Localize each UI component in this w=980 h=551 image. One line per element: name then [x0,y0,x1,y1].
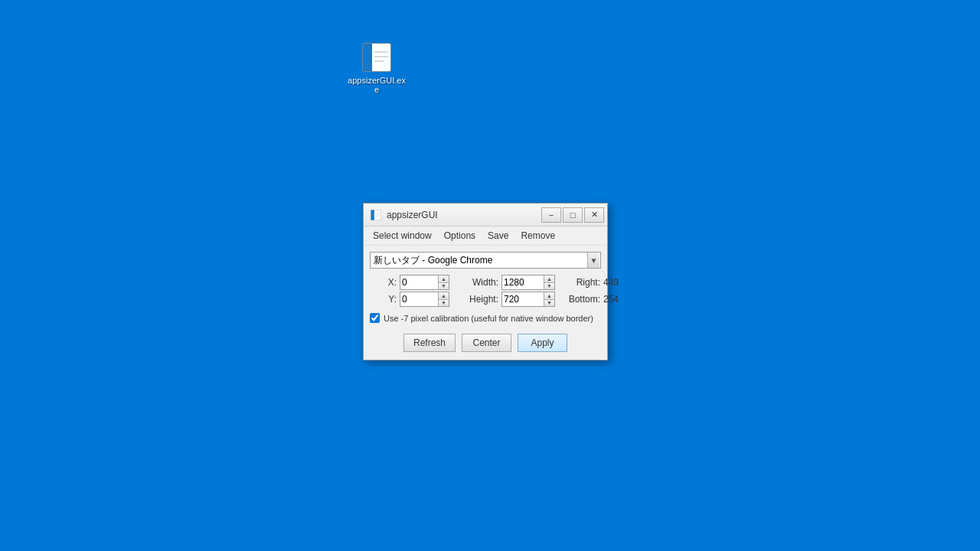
calibration-checkbox-label: Use -7 pixel calibration (useful for nat… [384,314,593,323]
y-spinbox: ▲ ▼ [400,292,449,307]
height-input[interactable] [502,292,544,306]
title-bar-text: appsizerGUI [387,210,438,220]
y-spin-buttons: ▲ ▼ [438,292,449,306]
x-spin-down[interactable]: ▼ [439,283,449,290]
x-label: X: [370,277,397,288]
height-spinbox: ▲ ▼ [501,292,555,307]
y-spin-down[interactable]: ▼ [439,300,449,307]
window-dropdown-wrapper: 新しいタブ - Google Chrome ▼ [370,252,601,269]
y-label: Y: [370,294,397,305]
bottom-value: 254 [603,294,634,305]
window-dropdown[interactable]: 新しいタブ - Google Chrome [370,252,601,269]
y-spin-up[interactable]: ▲ [439,292,449,300]
title-bar-buttons: − □ ✕ [541,207,604,223]
refresh-button[interactable]: Refresh [403,334,456,352]
height-spin-up[interactable]: ▲ [544,292,554,300]
desktop-icon-appsizerGUI[interactable]: appsizerGUI.exe [346,42,407,94]
dialog-window: appsizerGUI − □ ✕ Select window Options … [363,203,608,360]
menu-select-window[interactable]: Select window [367,228,438,243]
width-spin-up[interactable]: ▲ [544,276,554,283]
maximize-button[interactable]: □ [563,207,583,223]
width-input[interactable] [502,276,544,289]
width-label: Width: [452,277,498,288]
calibration-checkbox[interactable] [370,313,380,323]
x-spin-up[interactable]: ▲ [439,276,449,283]
fields-grid: X: ▲ ▼ Width: ▲ ▼ Right: 449 Y: [370,275,601,307]
minimize-button[interactable]: − [541,207,561,223]
bottom-label: Bottom: [558,294,600,305]
menu-bar: Select window Options Save Remove [364,227,607,246]
menu-save[interactable]: Save [482,228,514,243]
center-button[interactable]: Center [462,334,511,352]
window-dropdown-container: 新しいタブ - Google Chrome ▼ [370,252,601,269]
title-bar-left: appsizerGUI [370,209,438,221]
dialog-content: 新しいタブ - Google Chrome ▼ X: ▲ ▼ Width: ▲ … [364,246,607,360]
width-spin-down[interactable]: ▼ [544,283,554,290]
title-bar: appsizerGUI − □ ✕ [364,204,607,227]
menu-options[interactable]: Options [438,228,482,243]
svg-rect-3 [372,44,390,71]
x-input[interactable] [400,276,438,289]
x-spin-buttons: ▲ ▼ [438,276,449,289]
svg-rect-4 [363,44,372,71]
svg-rect-10 [371,210,374,220]
width-spin-buttons: ▲ ▼ [544,276,554,289]
menu-remove[interactable]: Remove [514,228,561,243]
right-value: 449 [603,277,634,288]
apply-button[interactable]: Apply [518,334,567,352]
action-buttons-row: Refresh Center Apply [370,331,601,354]
height-spin-down[interactable]: ▼ [544,300,554,307]
close-button[interactable]: ✕ [584,207,604,223]
height-spin-buttons: ▲ ▼ [544,292,554,306]
y-input[interactable] [400,292,438,306]
calibration-checkbox-row: Use -7 pixel calibration (useful for nat… [370,311,601,324]
width-spinbox: ▲ ▼ [501,275,555,290]
height-label: Height: [452,294,498,305]
desktop-icon-label: appsizerGUI.exe [346,76,407,94]
title-bar-app-icon [370,209,382,221]
x-spinbox: ▲ ▼ [400,275,449,290]
app-icon [361,42,392,73]
right-label: Right: [558,277,600,288]
